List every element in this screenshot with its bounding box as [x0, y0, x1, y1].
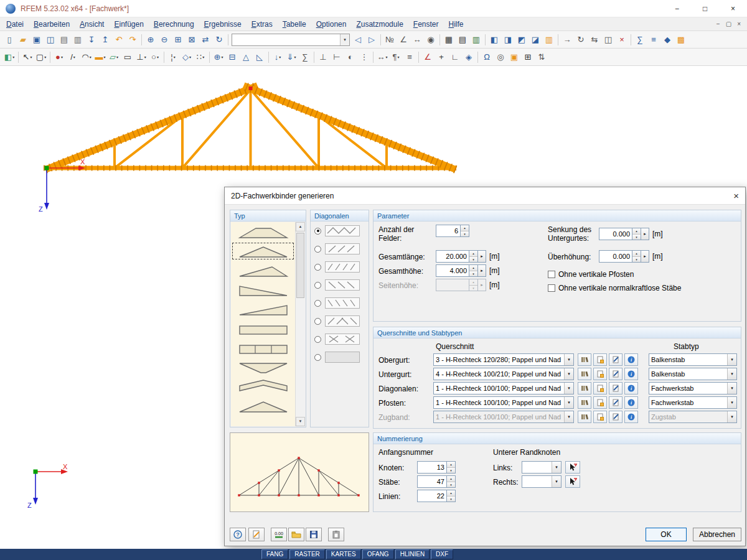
diagonal-option-mixed[interactable] — [314, 315, 360, 327]
radio-icon[interactable] — [314, 300, 321, 307]
typ-scrollbar[interactable]: ▲ ▼ — [295, 222, 305, 426]
diagonal-option-falling-dense[interactable] — [314, 297, 360, 309]
diagonal-option-falling[interactable] — [314, 279, 360, 291]
querschnitt-combo-untergurt[interactable]: 4 - H-Rechteck 100/210; Pappel und Nad▾ — [433, 368, 574, 380]
table-layout-icon[interactable]: ▤ — [456, 33, 469, 47]
radio-icon[interactable] — [314, 354, 321, 361]
new-support-icon[interactable]: ⊥▾ — [134, 50, 148, 64]
clipping-icon[interactable]: ⊟ — [225, 50, 239, 64]
ok-button[interactable]: OK — [646, 528, 687, 541]
snapshot-icon[interactable]: ◉ — [424, 33, 438, 47]
diagonal-option-none[interactable] — [314, 352, 360, 363]
new-surface-icon[interactable]: ▱▾ — [107, 50, 121, 64]
pick-node-rechts-button[interactable] — [565, 475, 580, 488]
library-button-obergurt[interactable] — [578, 353, 591, 366]
mdi-restore-icon[interactable]: ▢ — [726, 21, 731, 27]
pick-node-links-button[interactable] — [565, 461, 580, 474]
comment-button[interactable] — [248, 528, 265, 541]
snap-icon[interactable]: + — [435, 50, 448, 64]
linien-field[interactable]: 22▴▾ — [417, 490, 456, 502]
guidelines-icon[interactable]: ¦▾ — [166, 50, 180, 64]
truss-type-gull-wing[interactable] — [231, 376, 295, 396]
radio-icon[interactable] — [314, 318, 321, 325]
links-combo[interactable]: ▾ — [522, 461, 561, 474]
menu-optionen[interactable]: Optionen — [311, 18, 352, 30]
statusbar-tab-ofang[interactable]: OFANG — [362, 549, 394, 559]
new-cross-section-button-zugband[interactable] — [593, 411, 607, 423]
statusbar-tab-dxf[interactable]: DXF — [431, 549, 453, 559]
truss-type-triangular-2[interactable] — [231, 396, 295, 415]
new-cross-section-button-pfosten[interactable] — [593, 396, 607, 409]
new-arc-icon[interactable]: ◠▾ — [80, 50, 93, 64]
section-icon[interactable]: ◺ — [253, 50, 266, 64]
maximize-button[interactable]: □ — [691, 0, 719, 17]
anzahl-felder-field[interactable]: 6▴▾ — [436, 225, 469, 237]
menu-extras[interactable]: Extras — [247, 18, 278, 30]
undo-icon[interactable]: ↶ — [112, 33, 126, 47]
work-plane-icon[interactable]: ◇▾ — [180, 50, 194, 64]
member-load-icon[interactable]: ↓▾ — [271, 50, 284, 64]
coordinate-system-icon[interactable]: ∠ — [421, 50, 435, 64]
render-mode-icon[interactable]: ◧▾ — [2, 50, 16, 64]
move-icon[interactable]: → — [560, 33, 574, 47]
results-navigator-icon[interactable]: ◪ — [529, 33, 542, 47]
zoom-in-icon[interactable]: ⊕ — [144, 33, 157, 47]
querschnitt-combo-obergurt[interactable]: 3 - H-Rechteck 120/280; Pappel und Nad▾ — [433, 353, 574, 366]
comment-icon[interactable]: ¶▾ — [389, 50, 403, 64]
scroll-up-icon[interactable]: ▲ — [296, 222, 305, 231]
measure-icon[interactable]: ↔ — [410, 33, 424, 47]
modules-icon[interactable]: ▩ — [674, 33, 688, 47]
mesh-icon[interactable]: ⊞ — [521, 50, 535, 64]
ortho-icon[interactable]: ∟ — [448, 50, 462, 64]
menu-berechnung[interactable]: Berechnung — [149, 18, 199, 30]
mirror-icon[interactable]: ⇆ — [588, 33, 601, 47]
menu-hilfe[interactable]: Hilfe — [444, 18, 469, 30]
save-all-icon[interactable]: ◫ — [44, 33, 57, 47]
release-icon[interactable]: ◐ — [344, 50, 357, 64]
truss-type-parallel-chord-posts[interactable] — [231, 338, 295, 357]
spreadsheet-icon[interactable]: ▥ — [469, 33, 483, 47]
truss-type-inverted-v[interactable] — [231, 357, 295, 376]
edit-cross-section-button-pfosten[interactable] — [609, 396, 622, 409]
save-settings-button[interactable] — [306, 528, 322, 541]
radio-icon[interactable] — [314, 336, 321, 343]
minimize-button[interactable]: − — [663, 0, 691, 17]
rotate-icon[interactable]: ↻ — [574, 33, 588, 47]
truss-type-monopitch-left[interactable] — [231, 280, 295, 299]
dialog-close-icon[interactable]: × — [721, 190, 739, 201]
select-window-icon[interactable]: ▢▾ — [34, 50, 48, 64]
swap-icon[interactable]: ⇅ — [535, 50, 548, 64]
numbering-icon[interactable]: № — [383, 33, 397, 47]
info-button-untergurt[interactable]: i — [624, 368, 638, 380]
stabtyp-combo-untergurt[interactable]: Balkenstab▾ — [649, 368, 737, 380]
ueberhoehung-field[interactable]: 0.000▴▾▸[m] — [599, 250, 663, 263]
mdi-minimize-icon[interactable]: − — [716, 21, 720, 27]
blocks-icon[interactable]: ▣ — [507, 50, 521, 64]
axes-icon[interactable]: ∠ — [397, 33, 410, 47]
zoom-tools-icon[interactable]: ⊕▾ — [212, 50, 225, 64]
stabtyp-combo-obergurt[interactable]: Balkenstab▾ — [649, 353, 737, 366]
knoten-field[interactable]: 13▴▾ — [417, 461, 456, 474]
truss-type-flat-duopitch[interactable] — [231, 222, 295, 241]
new-hinge-icon[interactable]: ○▾ — [148, 50, 162, 64]
pan-icon[interactable]: ⇄ — [199, 33, 212, 47]
new-cross-section-button-untergurt[interactable] — [593, 368, 607, 380]
diagonal-option-rising[interactable] — [314, 243, 360, 254]
combinations-icon[interactable]: ≡ — [647, 33, 660, 47]
view-3d-icon[interactable]: △ — [239, 50, 253, 64]
new-member-icon[interactable]: ▬▾ — [93, 50, 107, 64]
info-button-obergurt[interactable]: i — [624, 353, 638, 366]
statusbar-tab-fang[interactable]: FANG — [261, 549, 288, 559]
truss-type-triangular-offset[interactable] — [231, 261, 295, 280]
project-navigator-icon[interactable]: ◧ — [487, 33, 501, 47]
load-sum-icon[interactable]: ∑ — [298, 50, 312, 64]
number-format-button[interactable]: 0.00 — [271, 528, 287, 541]
statusbar-tab-raster[interactable]: RASTER — [289, 549, 325, 559]
querschnitt-combo-diagonalen[interactable]: 1 - H-Rechteck 100/100; Pappel und Nad▾ — [433, 382, 574, 394]
menu-zusatzmodule[interactable]: Zusatzmodule — [351, 18, 408, 30]
paste-settings-button[interactable] — [328, 528, 344, 541]
cancel-button[interactable]: Abbrechen — [693, 528, 741, 541]
select-icon[interactable]: ↖▾ — [21, 50, 34, 64]
dimension-icon[interactable]: ↔▾ — [375, 50, 389, 64]
menu-einfügen[interactable]: Einfügen — [109, 18, 148, 30]
